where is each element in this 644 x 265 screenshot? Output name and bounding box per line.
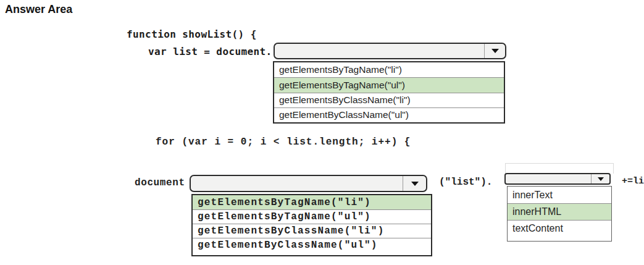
chevron-down-icon xyxy=(491,49,499,53)
code-for-line: for (var i = 0; i < list.length; i++) { xyxy=(156,137,411,148)
dropdown-option[interactable]: getElementsByClassName("li") xyxy=(274,93,504,107)
code-document-label: document xyxy=(135,177,185,188)
dropdown-option[interactable]: getElementByClassName("ul") xyxy=(193,238,431,252)
chevron-down-icon xyxy=(598,177,604,181)
dropdown-option[interactable]: getElementsByTagName("ul") xyxy=(274,77,504,92)
dropdown-value[interactable] xyxy=(275,44,484,58)
code-list-call: ("list"). xyxy=(439,177,492,188)
dropdown-option[interactable]: textContent xyxy=(508,220,611,237)
page-title: Answer Area xyxy=(5,3,72,16)
dropdown-option[interactable]: innerText xyxy=(508,187,611,203)
answer-area-panel: Answer Area function showList() { var li… xyxy=(0,0,644,265)
dropdown-option[interactable]: getElementsByClassName("li") xyxy=(193,224,431,238)
dropdown-option[interactable]: getElementsByTagName("ul") xyxy=(193,209,431,224)
dropdown-arrow-button[interactable] xyxy=(403,176,426,191)
code-append-suffix: +=li xyxy=(622,176,644,187)
dropdown-arrow-button[interactable] xyxy=(484,44,505,58)
dropdown-value[interactable] xyxy=(506,174,591,183)
dropdown-value[interactable] xyxy=(191,176,403,191)
property-dropdown[interactable] xyxy=(504,173,611,185)
scan-artifact xyxy=(505,163,614,174)
getelements-method-options-bottom: getElementsByTagName("li") getElementsBy… xyxy=(191,194,432,256)
property-options: innerText innerHTML textContent xyxy=(507,186,612,242)
dropdown-arrow-button[interactable] xyxy=(591,174,609,183)
getelements-method-dropdown-top[interactable] xyxy=(274,43,506,59)
getelements-method-options-top: getElementsByTagName("li") getElementsBy… xyxy=(273,61,505,124)
dropdown-option[interactable]: innerHTML xyxy=(508,203,611,220)
dropdown-option[interactable]: getElementByClassName("ul") xyxy=(274,107,504,122)
getelements-method-dropdown-bottom[interactable] xyxy=(190,175,427,192)
dropdown-option[interactable]: getElementsByTagName("li") xyxy=(193,195,431,209)
chevron-down-icon xyxy=(411,182,419,186)
code-var-line: var list = document. xyxy=(148,46,272,57)
code-function-line: function showList() { xyxy=(127,28,257,40)
dropdown-option[interactable]: getElementsByTagName("li") xyxy=(274,62,504,77)
